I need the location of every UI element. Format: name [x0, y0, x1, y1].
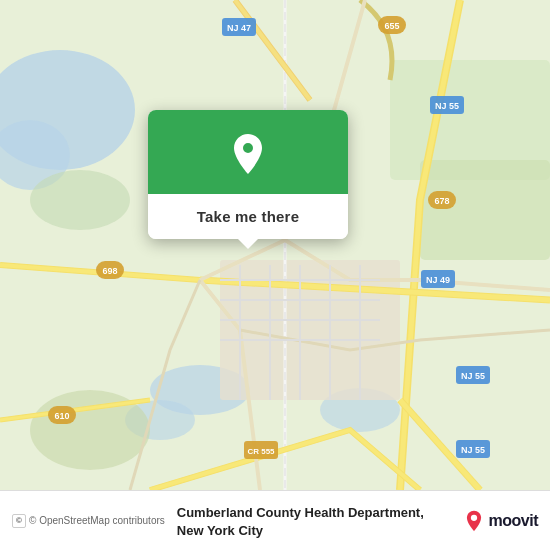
- attribution: © © OpenStreetMap contributors: [12, 514, 165, 528]
- attribution-text: © OpenStreetMap contributors: [29, 515, 165, 526]
- popup-tail: [238, 239, 258, 249]
- svg-text:610: 610: [54, 411, 69, 421]
- svg-text:655: 655: [384, 21, 399, 31]
- moovit-pin-icon: [463, 510, 485, 532]
- svg-point-44: [470, 514, 476, 520]
- location-info: Cumberland County Health Department, New…: [165, 503, 463, 539]
- moovit-logo: moovit: [463, 510, 538, 532]
- moovit-text: moovit: [489, 512, 538, 530]
- svg-text:678: 678: [434, 196, 449, 206]
- osm-logo-icon: ©: [12, 514, 26, 528]
- svg-rect-5: [420, 160, 550, 260]
- svg-text:NJ 49: NJ 49: [426, 275, 450, 285]
- svg-text:NJ 55: NJ 55: [435, 101, 459, 111]
- svg-text:NJ 47: NJ 47: [227, 23, 251, 33]
- map-container: NJ 47 655 NJ 55 678 698 NJ 49 NJ 55 610 …: [0, 0, 550, 490]
- popup-header: [148, 110, 348, 194]
- bottom-bar: © © OpenStreetMap contributors Cumberlan…: [0, 490, 550, 550]
- svg-text:NJ 55: NJ 55: [461, 445, 485, 455]
- svg-text:NJ 55: NJ 55: [461, 371, 485, 381]
- svg-point-3: [30, 170, 130, 230]
- popup-card: Take me there: [148, 110, 348, 239]
- svg-text:CR 555: CR 555: [247, 447, 275, 456]
- location-pin-icon: [224, 130, 272, 178]
- svg-text:698: 698: [102, 266, 117, 276]
- location-name: Cumberland County Health Department, New…: [177, 505, 424, 538]
- take-me-there-button[interactable]: Take me there: [148, 194, 348, 239]
